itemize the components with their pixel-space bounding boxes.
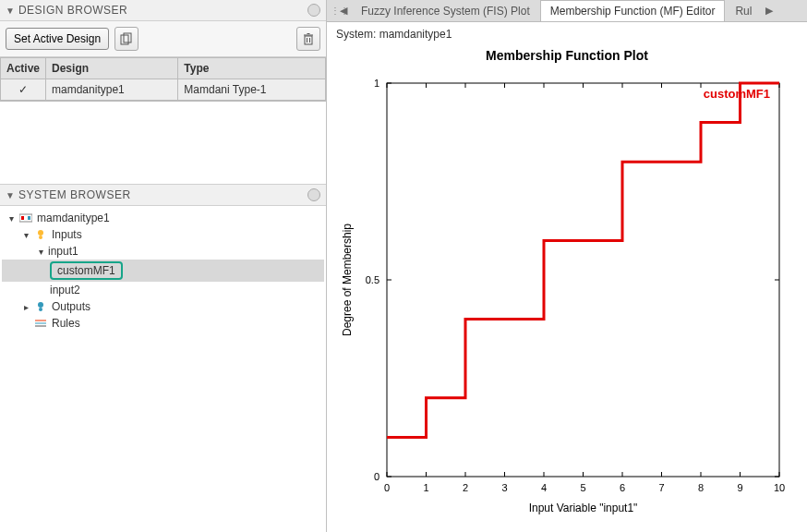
svg-rect-2 [305,36,312,44]
svg-text:4: 4 [541,482,547,493]
tree-input1[interactable]: ▾ input1 [2,243,324,260]
rules-icon [33,317,48,330]
col-type[interactable]: Type [178,58,326,79]
panel-options-icon[interactable] [307,4,320,17]
svg-text:Input Variable "input1": Input Variable "input1" [529,502,638,514]
tree-root-label: mamdanitype1 [37,212,110,224]
copy-icon[interactable] [114,27,139,51]
svg-text:1: 1 [423,482,428,493]
svg-point-11 [39,236,42,239]
collapse-icon[interactable]: ▼ [6,6,15,16]
tree-rules[interactable]: Rules [2,315,324,332]
chevron-down-icon[interactable]: ▾ [20,230,31,240]
svg-text:customMF1: customMF1 [704,87,770,101]
svg-rect-8 [21,216,24,220]
design-table: Active Design Type ✓ mamdanitype1 Mamdan… [0,57,326,101]
svg-text:3: 3 [501,482,507,493]
system-browser-header: ▼ SYSTEM BROWSER [0,185,326,206]
inputs-icon [33,228,48,241]
tab-mf[interactable]: Membership Function (MF) Editor [540,0,726,21]
svg-text:10: 10 [774,482,785,493]
collapse-icon[interactable]: ▼ [6,190,15,200]
svg-text:8: 8 [698,482,704,493]
chevron-down-icon[interactable]: ▾ [35,247,46,257]
table-empty-area [0,101,326,184]
svg-text:9: 9 [737,482,742,493]
svg-text:Degree of Membership: Degree of Membership [341,224,354,336]
design-browser-title: DESIGN BROWSER [18,4,307,17]
svg-text:0.5: 0.5 [366,274,379,285]
tree-inputs[interactable]: ▾ Inputs [2,226,324,243]
tree-input1-label: input1 [48,245,78,258]
svg-text:7: 7 [658,482,664,493]
col-design[interactable]: Design [46,58,178,79]
mf-chart: 01234567891000.51Input Variable "input1"… [336,66,798,519]
tree-input2-label: input2 [50,284,80,296]
system-label: System: mamdanitype1 [327,22,807,46]
table-row[interactable]: ✓ mamdanitype1 Mamdani Type-1 [1,79,326,101]
svg-text:5: 5 [580,482,585,493]
set-active-design-button[interactable]: Set Active Design [6,28,109,50]
cell-active: ✓ [1,79,46,101]
design-browser-header: ▼ DESIGN BROWSER [0,0,326,21]
outputs-icon [33,300,48,313]
tree-outputs[interactable]: ▸ Outputs [2,298,324,315]
fis-icon [18,212,33,224]
scroll-left-icon[interactable]: ◀ [336,5,351,17]
svg-point-10 [38,230,43,236]
tree-custommf1[interactable]: customMF1 [2,260,324,282]
svg-rect-9 [28,216,30,220]
panel-options-icon[interactable] [307,188,320,201]
tab-bar: ⋮⋮ ◀ Fuzzy Inference System (FIS) Plot M… [327,0,807,22]
svg-text:1: 1 [374,78,379,89]
cell-design: mamdanitype1 [46,79,178,101]
col-active[interactable]: Active [1,58,46,79]
svg-point-13 [39,308,42,311]
svg-text:2: 2 [463,482,468,493]
system-browser-title: SYSTEM BROWSER [18,188,307,201]
cell-type: Mamdani Type-1 [178,79,326,101]
tab-fis[interactable]: Fuzzy Inference System (FIS) Plot [351,0,540,21]
tab-rules[interactable]: Rul [725,0,762,21]
system-tree: ▾ mamdanitype1 ▾ Inputs ▾ input1 customM… [0,206,326,532]
tree-custommf1-label: customMF1 [50,261,123,280]
tree-inputs-label: Inputs [52,228,82,241]
chevron-down-icon[interactable]: ▾ [6,213,17,224]
chevron-right-icon[interactable]: ▸ [20,302,31,312]
svg-rect-17 [387,83,779,477]
svg-point-12 [38,302,43,308]
design-toolbar: Set Active Design [0,21,326,57]
tree-root[interactable]: ▾ mamdanitype1 [2,210,324,226]
trash-icon[interactable] [296,27,320,51]
tree-rules-label: Rules [52,317,80,330]
tree-outputs-label: Outputs [52,300,90,313]
plot-title: Membership Function Plot [327,46,807,66]
scroll-right-icon[interactable]: ▶ [762,5,777,17]
svg-text:6: 6 [620,482,625,493]
svg-text:0: 0 [374,471,379,482]
svg-text:0: 0 [384,482,390,493]
tree-input2[interactable]: input2 [2,282,324,298]
